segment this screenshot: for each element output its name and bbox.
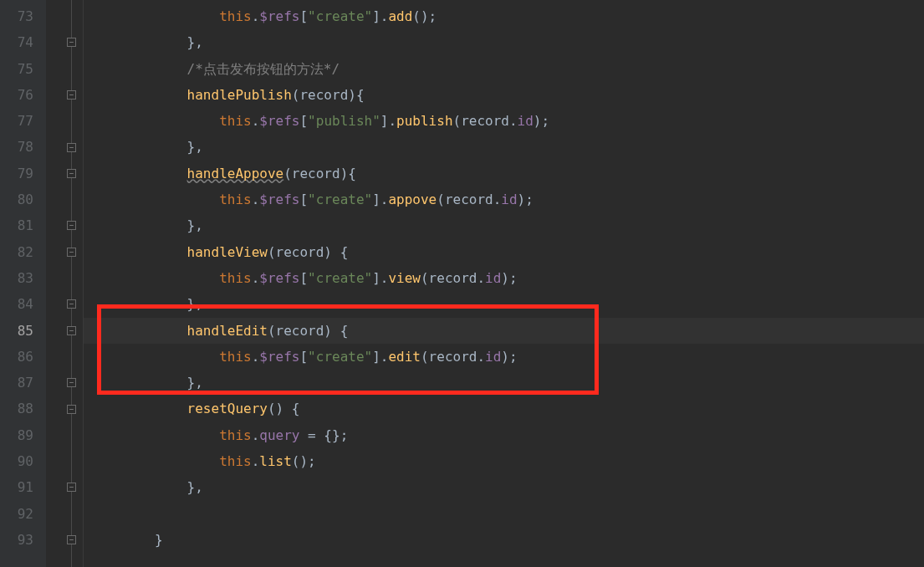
code-token: "create" [308,192,372,207]
code-token: [ [299,349,308,365]
code-token: $refs [259,113,299,129]
line-number: 74 [0,29,33,55]
code-token: . [252,349,260,365]
code-token: }, [187,139,203,155]
code-token: ); [501,270,517,286]
code-token: . [252,453,260,469]
code-token: id [485,349,501,365]
line-number: 84 [0,291,33,317]
code-token: ( [268,323,276,339]
code-token: . [477,349,485,365]
code-token: . [252,427,260,443]
line-number: 77 [0,108,33,134]
code-token: id [518,113,533,129]
code-line[interactable]: /*点击发布按钮的方法*/ [84,56,924,82]
code-token: ]. [372,270,388,286]
code-token: add [388,8,412,24]
code-editor[interactable]: 7374757677787980818283848586878889909192… [0,0,924,567]
line-number: 78 [0,134,33,160]
code-line[interactable]: handleEdit(record) { [84,318,924,344]
code-line[interactable]: this.list(); [84,448,924,474]
code-token: . [252,192,260,207]
code-line[interactable]: }, [84,474,924,500]
fold-close-icon[interactable]: − [67,535,76,544]
code-token: ( [283,166,292,181]
code-token: view [388,270,421,286]
fold-close-icon[interactable]: − [67,38,76,47]
fold-close-icon[interactable]: − [67,299,76,309]
code-token: this [219,270,252,286]
code-token: handleEdit [187,323,268,339]
code-token: ( [453,113,462,129]
code-token: handleAppove [187,166,284,181]
code-token: }, [187,217,203,233]
code-token: ){ [348,87,364,103]
code-token: this [219,349,252,365]
code-token: this [219,453,252,469]
code-token: record [276,244,324,260]
line-number: 81 [0,212,33,238]
fold-column[interactable]: −−−−−−−−−−−− [46,0,84,567]
fold-open-icon[interactable]: − [67,90,76,100]
code-line[interactable]: }, [84,134,924,160]
code-token: $refs [259,270,299,286]
code-token: . [252,113,260,129]
code-token: = {}; [299,427,348,443]
code-token: record [445,192,493,207]
code-line[interactable]: resetQuery() { [84,396,924,421]
code-token: record [429,270,477,286]
code-line[interactable]: this.query = {}; [84,422,924,448]
code-line[interactable]: this.$refs["create"].edit(record.id); [84,344,924,370]
code-line[interactable]: this.$refs["create"].appove(record.id); [84,186,924,212]
fold-close-icon[interactable]: − [67,221,76,230]
code-line[interactable]: handleView(record) { [84,239,924,265]
code-token: "create" [308,270,372,286]
code-token: query [259,427,299,443]
code-token: publish [396,113,452,129]
line-number: 85 [0,318,33,344]
code-token: this [219,192,252,207]
fold-open-icon[interactable]: − [67,405,76,414]
code-token: ) { [324,244,348,260]
fold-open-icon[interactable]: − [67,169,76,178]
code-token: [ [299,8,308,24]
code-line[interactable]: handlePublish(record){ [84,82,924,108]
fold-open-icon[interactable]: − [67,248,76,257]
code-token: $refs [259,8,299,24]
code-token: ) { [324,323,348,339]
code-token: list [259,453,292,469]
code-line[interactable]: } [84,527,924,553]
code-token: "create" [308,8,372,24]
code-token: [ [299,113,308,129]
code-area[interactable]: this.$refs["create"].add(); }, /*点击发布按钮的… [84,0,924,567]
code-line[interactable]: }, [84,291,924,317]
code-token: }, [187,375,203,391]
fold-close-icon[interactable]: − [67,143,76,152]
code-token: ); [518,192,533,207]
code-token: [ [299,270,308,286]
line-number: 82 [0,239,33,265]
line-number: 88 [0,396,33,421]
line-number: 87 [0,370,33,396]
code-line[interactable]: }, [84,212,924,238]
code-token: . [509,113,518,129]
code-line[interactable]: }, [84,29,924,55]
code-token: ( [436,192,445,207]
code-token: }, [187,34,203,50]
code-line[interactable]: this.$refs["create"].add(); [84,3,924,29]
code-token: /*点击发布按钮的方法*/ [187,61,340,77]
fold-close-icon[interactable]: − [67,483,76,492]
fold-close-icon[interactable]: − [67,378,76,387]
code-line[interactable]: }, [84,370,924,396]
code-token: id [485,270,501,286]
code-line[interactable]: this.$refs["create"].view(record.id); [84,265,924,291]
code-line[interactable] [84,501,924,527]
line-number: 92 [0,501,33,527]
code-token: ){ [340,166,356,181]
code-line[interactable]: this.$refs["publish"].publish(record.id)… [84,108,924,134]
code-line[interactable]: handleAppove(record){ [84,161,924,186]
code-token: ( [421,349,429,365]
fold-open-icon[interactable]: − [67,326,76,335]
code-token: . [252,270,260,286]
line-number: 73 [0,3,33,29]
